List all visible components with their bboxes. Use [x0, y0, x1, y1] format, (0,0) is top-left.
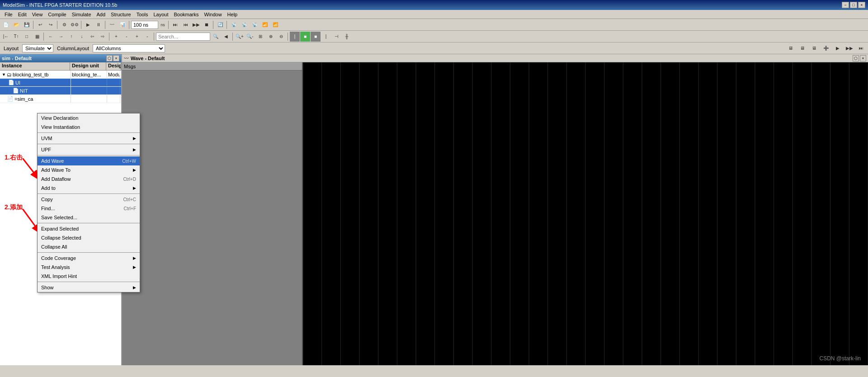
- menu-item-tools[interactable]: Tools: [134, 11, 151, 18]
- layout-select[interactable]: Simulate Debug: [22, 44, 53, 52]
- compile-btn[interactable]: ⚙: [59, 20, 69, 30]
- t2-btn9[interactable]: ⇦: [87, 32, 97, 42]
- search-prev-btn[interactable]: ◀: [221, 32, 231, 42]
- signal-btn[interactable]: 📡: [229, 20, 239, 30]
- menu-item-layout[interactable]: Layout: [151, 11, 171, 18]
- wave-shape2[interactable]: ■: [300, 32, 310, 42]
- wave2-btn[interactable]: 📊: [118, 20, 127, 30]
- ctx-item-show[interactable]: Show▶: [38, 283, 140, 292]
- restart-btn[interactable]: 🔄: [215, 20, 225, 30]
- wave-shape5[interactable]: ⊣: [331, 32, 341, 42]
- step-back-btn[interactable]: ⏮: [181, 20, 191, 30]
- search-input[interactable]: [156, 33, 210, 41]
- ctx-item-collapse-all[interactable]: Collapse All: [38, 242, 140, 251]
- layout-btn5[interactable]: ▶: [833, 43, 843, 53]
- ctx-item-add-to[interactable]: Add to▶: [38, 184, 140, 193]
- compile-all-btn[interactable]: ⚙⚙: [70, 20, 80, 30]
- menu-item-edit[interactable]: Edit: [15, 11, 29, 18]
- t2-btn6[interactable]: →: [56, 32, 66, 42]
- menu-item-simulate[interactable]: Simulate: [69, 11, 94, 18]
- wave-panel-close[interactable]: ×: [860, 55, 866, 61]
- t2-btn4[interactable]: ▦: [32, 32, 42, 42]
- close-button[interactable]: ×: [858, 2, 865, 8]
- zoom-out-btn[interactable]: 🔍-: [245, 32, 255, 42]
- ctx-item-add-wave-to[interactable]: Add Wave To▶: [38, 165, 140, 174]
- t2-btn3[interactable]: □: [22, 32, 32, 42]
- ctx-item-copy[interactable]: CopyCtrl+C: [38, 195, 140, 204]
- tree-row-2[interactable]: 📄 NIT: [0, 87, 121, 95]
- new-button[interactable]: 📄: [1, 20, 11, 30]
- ctx-item-view-declaration[interactable]: View Declaration: [38, 113, 140, 123]
- minimize-button[interactable]: −: [842, 2, 849, 8]
- ctx-item-code-coverage[interactable]: Code Coverage▶: [38, 254, 140, 263]
- ctx-item-test-analysis[interactable]: Test Analysis▶: [38, 263, 140, 272]
- t2-btn11[interactable]: +: [111, 32, 121, 42]
- ctx-item-xml-import-hint[interactable]: XML Import Hint: [38, 272, 140, 281]
- zoom-all-btn[interactable]: ⊞: [255, 32, 265, 42]
- menu-item-add[interactable]: Add: [94, 11, 108, 18]
- menu-item-compile[interactable]: Compile: [45, 11, 69, 18]
- menu-item-file[interactable]: File: [2, 11, 15, 18]
- tree-row-0[interactable]: ▼ 🗂 blocking_test_tb blocking_te... Modu…: [0, 71, 121, 79]
- ctx-item-view-instantiation[interactable]: View Instantiation: [38, 123, 140, 132]
- step-btn[interactable]: ⏭: [170, 20, 180, 30]
- maximize-button[interactable]: □: [850, 2, 857, 8]
- zoom-in-btn[interactable]: 🔍+: [235, 32, 245, 42]
- run-all-btn[interactable]: ▶▶: [191, 20, 201, 30]
- wave-panel-float[interactable]: ⬡: [853, 55, 859, 61]
- signal5-btn[interactable]: 📶: [270, 20, 280, 30]
- ctx-item-add-wave[interactable]: Add WaveCtrl+W: [38, 156, 140, 165]
- t2-btn12[interactable]: -: [122, 32, 132, 42]
- menu-item-view[interactable]: View: [29, 11, 46, 18]
- t2-btn14[interactable]: -: [142, 32, 152, 42]
- ctx-item-save-selected[interactable]: Save Selected...: [38, 213, 140, 222]
- tree-row-1[interactable]: 📄 UI: [0, 79, 121, 87]
- ctx-item-collapse-selected[interactable]: Collapse Selected: [38, 233, 140, 242]
- sim-btn[interactable]: ▶: [83, 20, 93, 30]
- wave-btn[interactable]: 〰: [107, 20, 117, 30]
- menu-item-structure[interactable]: Structure: [108, 11, 134, 18]
- run-btn[interactable]: ns: [159, 20, 167, 30]
- stop-btn[interactable]: ⏹: [202, 20, 212, 30]
- btn-3[interactable]: ↩: [35, 20, 45, 30]
- tree-row-3[interactable]: 📄 =sim_ca: [0, 95, 121, 103]
- signal3-btn[interactable]: 📡: [250, 20, 259, 30]
- menu-item-window[interactable]: Window: [201, 11, 224, 18]
- t2-btn1[interactable]: |←: [1, 32, 11, 42]
- sim2-btn[interactable]: ⏸: [94, 20, 104, 30]
- wave-shape1[interactable]: |: [290, 32, 300, 42]
- ctx-item-find[interactable]: Find...Ctrl+F: [38, 204, 140, 213]
- ctx-item-upf[interactable]: UPF▶: [38, 145, 140, 154]
- signal4-btn[interactable]: 📶: [260, 20, 270, 30]
- layout-btn4[interactable]: ➕: [821, 43, 831, 53]
- layout-btn7[interactable]: ⏭: [856, 43, 866, 53]
- sim-panel-close[interactable]: ×: [113, 55, 119, 61]
- layout-btn1[interactable]: 🖥: [786, 43, 796, 53]
- menu-item-help[interactable]: Help: [225, 11, 241, 18]
- t2-btn10[interactable]: ⇨: [98, 32, 108, 42]
- t2-btn13[interactable]: +: [132, 32, 142, 42]
- t2-btn2[interactable]: T↑: [11, 32, 21, 42]
- search-btn[interactable]: 🔍: [211, 32, 221, 42]
- save-button[interactable]: 💾: [22, 20, 32, 30]
- wave-shape4[interactable]: |: [321, 32, 331, 42]
- layout-btn6[interactable]: ▶▶: [844, 43, 854, 53]
- menu-item-bookmarks[interactable]: Bookmarks: [171, 11, 201, 18]
- layout-btn3[interactable]: 🖥: [809, 43, 819, 53]
- zoom-in2-btn[interactable]: ⊕: [266, 32, 276, 42]
- signal2-btn[interactable]: 📡: [239, 20, 249, 30]
- columnlayout-select[interactable]: AllColumns: [93, 44, 165, 52]
- t2-btn8[interactable]: ↓: [77, 32, 87, 42]
- btn-4[interactable]: ↪: [46, 20, 56, 30]
- open-button[interactable]: 📂: [11, 20, 21, 30]
- t2-btn5[interactable]: ←: [46, 32, 56, 42]
- time-input[interactable]: [131, 21, 158, 29]
- sim-panel-float[interactable]: ⬡: [106, 55, 113, 61]
- layout-btn2[interactable]: 🖥: [797, 43, 807, 53]
- zoom-out2-btn[interactable]: ⊖: [276, 32, 286, 42]
- t2-btn7[interactable]: ↑: [66, 32, 76, 42]
- wave-shape3[interactable]: ■: [311, 32, 321, 42]
- ctx-item-add-dataflow[interactable]: Add DataflowCtrl+D: [38, 174, 140, 184]
- wave-shape6[interactable]: ╫: [342, 32, 352, 42]
- ctx-item-expand-selected[interactable]: Expand Selected: [38, 224, 140, 233]
